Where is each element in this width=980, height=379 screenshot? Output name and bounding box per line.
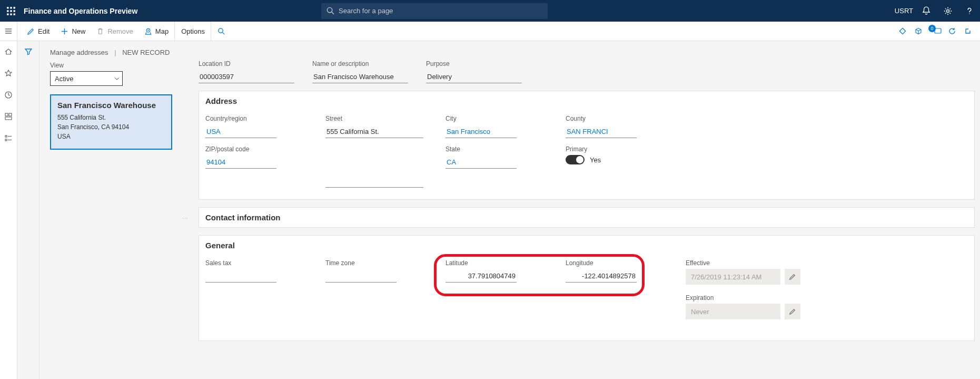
latitude-label: Latitude <box>446 259 519 267</box>
app-launcher-button[interactable] <box>0 0 22 22</box>
svg-rect-28 <box>5 139 7 141</box>
refresh-button[interactable] <box>944 22 960 41</box>
refresh-icon <box>948 27 956 35</box>
county-label: County <box>566 115 639 122</box>
map-label: Map <box>155 27 169 35</box>
record-card[interactable]: San Francisco Warehouse 555 California S… <box>50 94 172 150</box>
svg-rect-25 <box>9 113 12 116</box>
breadcrumb-current: NEW RECORD <box>122 48 170 56</box>
nav-toggle-button[interactable] <box>0 22 17 41</box>
filter-icon <box>24 47 33 56</box>
filter-column <box>17 41 39 379</box>
address-header[interactable]: Address <box>199 91 974 111</box>
svg-point-18 <box>147 30 149 31</box>
svg-rect-27 <box>5 135 7 137</box>
address-title: Address <box>205 96 237 105</box>
breadcrumb-root[interactable]: Manage addresses <box>50 48 108 56</box>
edit-button[interactable]: Edit <box>22 22 55 41</box>
location-id-field[interactable] <box>199 70 294 83</box>
options-label: Options <box>181 27 205 35</box>
view-label: View <box>50 62 183 69</box>
card-line1: 555 California St. <box>57 113 165 122</box>
svg-rect-7 <box>10 13 12 15</box>
popout-button[interactable] <box>960 22 976 41</box>
list-pane: Manage addresses | NEW RECORD View Activ… <box>50 48 183 379</box>
open-in-new-button[interactable] <box>910 22 926 41</box>
search-icon <box>217 27 225 35</box>
effective-edit-button[interactable] <box>785 269 800 285</box>
timezone-field[interactable] <box>325 269 397 283</box>
name-field[interactable] <box>312 70 408 83</box>
country-label: Country/region <box>205 115 279 122</box>
longitude-field[interactable] <box>566 269 637 283</box>
general-section: General Sales tax Time zone Latitu <box>199 235 975 341</box>
help-button[interactable] <box>958 0 980 22</box>
pencil-icon <box>789 273 796 280</box>
modules-icon <box>4 134 13 142</box>
salestax-label: Sales tax <box>205 259 279 267</box>
diamond-icon <box>898 27 907 35</box>
street-field[interactable] <box>325 124 423 138</box>
star-icon <box>4 69 13 77</box>
action-bar: Edit New Remove Map Options 0 <box>0 22 980 41</box>
messages-button[interactable]: 0 <box>926 22 944 41</box>
contact-section: Contact information <box>199 207 975 228</box>
primary-label: Primary <box>566 145 639 153</box>
popout-icon <box>964 27 972 35</box>
action-bar-right: 0 <box>895 22 976 41</box>
messages-badge: 0 <box>928 25 936 32</box>
new-button[interactable]: New <box>55 22 91 41</box>
plus-icon <box>61 27 68 35</box>
settings-button[interactable] <box>937 0 958 22</box>
purpose-field[interactable] <box>426 70 522 83</box>
company-code[interactable]: USRT <box>895 7 913 15</box>
header-fields: Location ID Name or description Purpose <box>199 60 975 83</box>
rail-workspaces[interactable] <box>4 112 13 122</box>
pane-splitter[interactable]: ⋮ <box>183 48 187 379</box>
remove-label: Remove <box>107 27 133 35</box>
zip-field[interactable] <box>205 155 276 169</box>
zip-label: ZIP/postal code <box>205 145 279 153</box>
salestax-field[interactable] <box>205 269 276 283</box>
street-label: Street <box>325 115 423 122</box>
hamburger-icon <box>4 27 13 35</box>
help-icon <box>965 6 974 16</box>
chevron-down-icon <box>114 75 120 82</box>
street2-label <box>325 145 423 153</box>
filter-button[interactable] <box>24 47 33 379</box>
svg-rect-0 <box>7 7 8 8</box>
country-field[interactable] <box>205 124 276 138</box>
find-button[interactable] <box>211 22 231 41</box>
state-label: State <box>446 145 519 153</box>
svg-point-19 <box>219 28 223 32</box>
latitude-field[interactable] <box>446 269 517 283</box>
city-field[interactable] <box>446 124 517 138</box>
general-header[interactable]: General <box>199 236 974 255</box>
longitude-label: Longitude <box>566 259 639 267</box>
app-title: Finance and Operations Preview <box>22 7 137 15</box>
rail-recent[interactable] <box>4 91 13 101</box>
purpose-label: Purpose <box>426 60 522 67</box>
contact-header[interactable]: Contact information <box>199 208 974 227</box>
location-id-label: Location ID <box>199 60 294 67</box>
expiration-edit-button[interactable] <box>785 304 800 319</box>
attachments-button[interactable] <box>895 22 910 41</box>
svg-point-11 <box>946 9 949 12</box>
options-button[interactable]: Options <box>174 22 211 41</box>
name-label: Name or description <box>312 60 408 67</box>
global-search[interactable]: Search for a page <box>321 3 548 19</box>
rail-home[interactable] <box>4 47 13 57</box>
edit-label: Edit <box>38 27 50 35</box>
cube-icon <box>914 27 923 35</box>
county-field[interactable] <box>566 124 637 138</box>
rail-favorites[interactable] <box>4 69 13 79</box>
street2-field[interactable] <box>325 174 423 188</box>
rail-modules[interactable] <box>4 134 13 144</box>
notifications-button[interactable] <box>915 0 937 22</box>
map-button[interactable]: Map <box>139 22 174 41</box>
state-field[interactable] <box>446 155 517 169</box>
pencil-icon <box>789 308 796 315</box>
view-dropdown[interactable]: Active <box>50 71 123 86</box>
primary-toggle[interactable] <box>566 155 585 164</box>
remove-button: Remove <box>91 22 138 41</box>
